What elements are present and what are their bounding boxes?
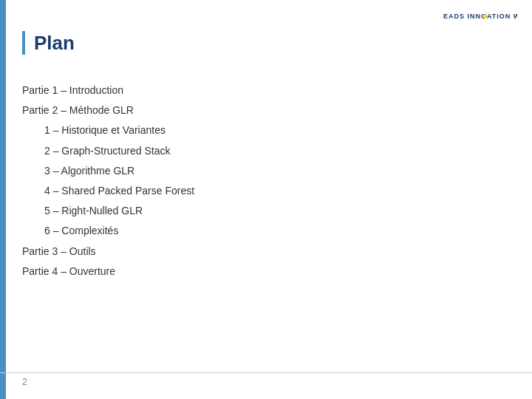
title-bar: Plan <box>22 31 510 55</box>
left-accent-bar <box>0 0 6 399</box>
title-accent-bar <box>22 31 25 55</box>
list-item: 3 – Algorithme GLR <box>44 162 510 180</box>
title-section: Plan <box>22 31 510 69</box>
list-item: Partie 4 – Ouverture <box>22 262 510 281</box>
logo-icon: EADS INNO ⚡ ATION WORKS <box>443 9 517 22</box>
list-item: Partie 2 – Méthode GLR <box>22 101 510 120</box>
list-item: 4 – Shared Packed Parse Forest <box>44 182 510 200</box>
list-item: 5 – Right-Nulled GLR <box>44 202 510 220</box>
slide: EADS INNO ⚡ ATION WORKS Plan Partie 1 – … <box>0 0 532 399</box>
list-item: Partie 3 – Outils <box>22 242 510 261</box>
list-item: 2 – Graph-Structured Stack <box>44 142 510 160</box>
list-item: Partie 1 – Introduction <box>22 81 510 100</box>
page-number: 2 <box>22 377 27 387</box>
page-title: Plan <box>34 32 75 55</box>
bottom-divider <box>0 372 532 373</box>
list-item: 1 – Historique et Variantes <box>44 121 510 140</box>
logo: EADS INNO ⚡ ATION WORKS <box>443 9 517 22</box>
content-section: Partie 1 – Introduction Partie 2 – Métho… <box>22 81 510 282</box>
svg-text:ATION WORKS: ATION WORKS <box>487 13 517 20</box>
list-item: 6 – Complexités <box>44 222 510 240</box>
